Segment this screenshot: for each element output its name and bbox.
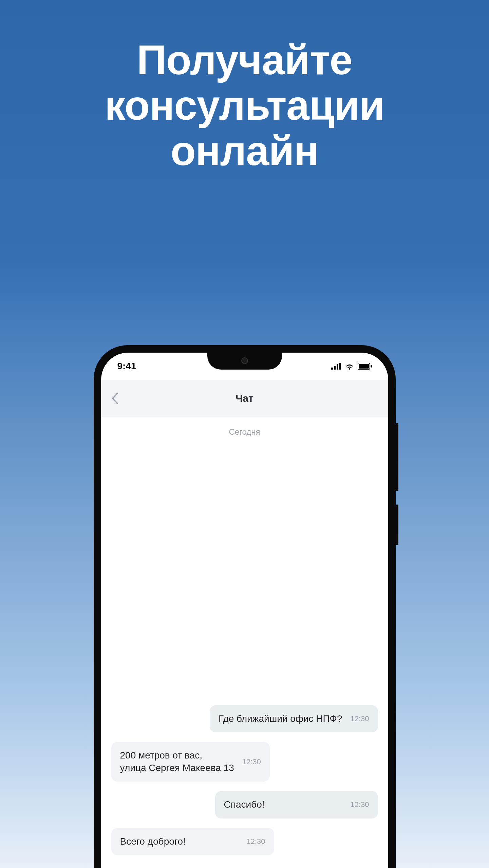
chevron-left-icon xyxy=(111,393,119,404)
date-separator: Сегодня xyxy=(111,427,378,437)
message-text: Всего доброго! xyxy=(120,835,186,848)
phone-notch xyxy=(207,353,282,370)
message-row: Всего доброго! 12:30 xyxy=(111,828,378,855)
message-bubble-incoming[interactable]: Всего доброго! 12:30 xyxy=(111,828,274,855)
svg-rect-0 xyxy=(331,368,333,370)
phone-frame: 9:41 Чат Сегодня Где ближайший офис НПФ?… xyxy=(94,345,396,868)
message-text: Где ближайший офис НПФ? xyxy=(219,713,342,725)
message-bubble-incoming[interactable]: 200 метров от вас, улица Сергея Макеева … xyxy=(111,742,270,782)
phone-side-button-2 xyxy=(396,505,398,545)
svg-rect-2 xyxy=(337,364,338,370)
message-time: 12:30 xyxy=(350,800,369,809)
message-bubble-outgoing[interactable]: Где ближайший офис НПФ? 12:30 xyxy=(210,705,378,732)
hero-line-3: онлайн xyxy=(0,128,489,174)
hero-title: Получайте консультации онлайн xyxy=(0,0,489,174)
message-text: Спасибо! xyxy=(224,798,265,811)
svg-rect-1 xyxy=(334,366,336,370)
svg-rect-5 xyxy=(359,364,369,369)
message-time: 12:30 xyxy=(246,837,265,846)
message-row: 200 метров от вас, улица Сергея Макеева … xyxy=(111,742,378,782)
message-time: 12:30 xyxy=(350,714,369,723)
chat-spacer xyxy=(111,443,378,705)
phone-side-button xyxy=(396,423,398,491)
chat-header: Чат xyxy=(101,380,388,417)
message-text: 200 метров от вас, улица Сергея Макеева … xyxy=(120,749,234,774)
svg-rect-6 xyxy=(371,365,372,368)
chat-body[interactable]: Сегодня Где ближайший офис НПФ? 12:30 20… xyxy=(101,417,388,868)
svg-rect-3 xyxy=(339,363,341,370)
message-row: Спасибо! 12:30 xyxy=(111,791,378,818)
battery-icon xyxy=(358,363,372,370)
hero-line-1: Получайте xyxy=(0,37,489,83)
message-bubble-outgoing[interactable]: Спасибо! 12:30 xyxy=(215,791,378,818)
phone-screen: 9:41 Чат Сегодня Где ближайший офис НПФ?… xyxy=(101,353,388,868)
back-button[interactable] xyxy=(111,393,119,404)
hero-line-2: консультации xyxy=(0,83,489,128)
status-indicators xyxy=(331,363,372,370)
message-row: Где ближайший офис НПФ? 12:30 xyxy=(111,705,378,732)
wifi-icon xyxy=(345,363,354,370)
message-time: 12:30 xyxy=(242,757,261,766)
header-title: Чат xyxy=(101,393,388,404)
signal-icon xyxy=(331,363,341,370)
status-time: 9:41 xyxy=(117,361,136,372)
camera-icon xyxy=(241,357,248,364)
